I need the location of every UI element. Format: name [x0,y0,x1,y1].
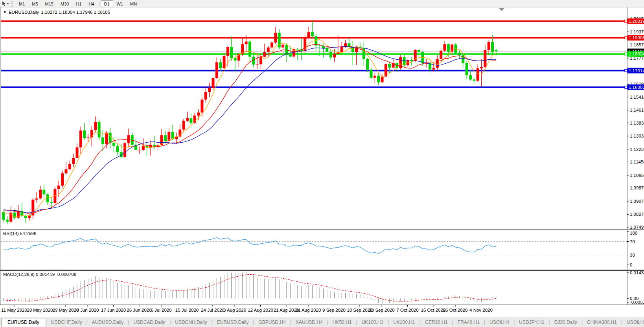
timeframe-button-m15[interactable]: M15 [42,0,57,7]
date-axis-label: 6 Jul 2020 [151,308,172,312]
svg-text:1.18570: 1.18570 [630,42,644,47]
date-axis-label: 17 Jun 2020 [101,308,126,312]
date-axis-label: 4 Nov 2020 [469,308,493,312]
date-axis-label: 28 Sep 2020 [369,308,394,312]
date-axis-label: 29 May 2020 [53,308,79,312]
tab-gbpusd-h4[interactable]: GBPUSD,H4 [255,318,290,326]
timeframe-button-mn[interactable]: MN [127,0,140,7]
date-axis-label: 8 Jun 2020 [77,308,99,312]
symbol-tab-bar: EURUSD,Daily|USDCHF,Daily|AUDUSD,Daily|U… [0,317,644,327]
tab-usoil-h1[interactable]: USOil,H1 [623,318,644,326]
tab-uk100-h1[interactable]: UK100,H1 [358,318,387,326]
tab-ger30-h1[interactable]: GER30,H1 [421,318,452,326]
tab-uk100-h1[interactable]: UK100,H1 [389,318,419,326]
tab-usoil-h4[interactable]: USOil,H4 [486,318,513,326]
date-axis-label: 21 Aug 2020 [274,308,299,312]
date-axis-label: 24 Jul 2020 [201,308,224,312]
svg-text:1.12230: 1.12230 [630,147,644,152]
date-axis-canvas: 11 May 202020 May 202029 May 20208 Jun 2… [0,305,644,317]
macd-label-text: MACD(12,26,9) 0.001419 -0.000708 [3,272,76,277]
tab-xauusd-h4[interactable]: XAUUSD,H4 [292,318,327,326]
rsi-line [4,238,496,254]
timeframe-button-m1[interactable]: M1 [15,0,28,7]
timeframe-button-d1[interactable]: D1 [101,0,113,7]
svg-text:30: 30 [630,253,635,257]
svg-text:1.09070: 1.09070 [630,199,644,204]
timeframe-button-h4[interactable]: H4 [85,0,98,7]
macd-chart-canvas[interactable]: 0.0143840.00-0.005396 [0,271,644,305]
cursor-icon [2,1,7,6]
svg-text:1.11450: 1.11450 [630,160,644,164]
rsi-chart-canvas[interactable]: 10070300 [0,230,644,270]
tab-usdcnh-daily[interactable]: USDCNH,Daily [171,318,211,326]
main-chart-panel[interactable]: 1.201501.193701.185701.177701.169801.161… [0,7,644,229]
date-axis-label: 20 May 2020 [27,308,53,312]
tab-china300-h1[interactable]: CHINA300,H1 [583,318,621,326]
macd-label: MACD(12,26,9) 0.001419 -0.000708 [3,272,76,277]
timeframe-toolbar: ▾ M1M5M15M30H1H4D1W1MN [0,0,644,7]
svg-text:1.17014: 1.17014 [629,68,644,73]
rsi-label: RSI(14) 54.2596 [3,231,36,236]
svg-text:1.08270: 1.08270 [630,212,644,217]
tab-usdjpy-h1[interactable]: USDJPY,H1 [515,318,548,326]
timeframe-button-h1[interactable]: H1 [72,0,85,7]
candlestick-chart-canvas[interactable]: 1.201501.193701.185701.177701.169801.161… [0,7,644,229]
svg-text:1.13030: 1.13030 [630,134,644,138]
timeframe-group-separator [99,1,99,6]
cursor-tool-button[interactable]: ▾ [0,0,10,7]
date-axis-label: 15 Jul 2020 [175,308,199,312]
toolbar-grip[interactable] [11,1,14,7]
date-axis-label: 12 Aug 2020 [248,308,273,312]
tab-usdchf-daily[interactable]: USDCHF,Daily [47,318,86,326]
tab-fra40-h1[interactable]: FRA40,H1 [454,318,484,326]
tab-audusd-daily[interactable]: AUDUSD,Daily [88,318,128,326]
svg-text:1.09870: 1.09870 [630,186,644,190]
rsi-label-text: RSI(14) 54.2596 [3,231,36,236]
rsi-panel[interactable]: 10070300 RSI(14) 54.2596 [0,230,644,270]
chevron-down-icon: ▾ [7,2,9,6]
svg-text:1.16003: 1.16003 [629,85,644,90]
tab-eurusd-daily[interactable]: EURUSD,Daily [213,318,253,326]
collapse-chart-icon[interactable]: ▼ [3,10,7,14]
svg-text:0: 0 [630,263,632,267]
svg-text:1.10650: 1.10650 [630,173,644,178]
date-axis-label: 11 May 2020 [1,308,27,312]
tab-eurusd-daily-active[interactable]: EURUSD,Daily [2,318,45,327]
date-axis-label: 26 Oct 2020 [443,308,468,312]
svg-text:70: 70 [630,239,635,244]
timeframe-button-m30[interactable]: M30 [57,0,72,7]
date-axis-label: 7 Oct 2020 [396,308,418,312]
macd-histogram [4,272,496,304]
macd-panel[interactable]: 0.0143840.00-0.005396 MACD(12,26,9) 0.00… [0,271,644,305]
tab-usdcad-daily[interactable]: USDCAD,Daily [129,318,169,326]
svg-text:100: 100 [630,231,637,235]
svg-text:1.13830: 1.13830 [630,121,644,125]
svg-text:1.20019: 1.20019 [629,19,644,24]
macd-axis-label: -0.005396 [630,300,644,305]
date-axis-label: 31 Aug 2020 [296,308,321,312]
macd-axis-label: 0.014384 [630,271,644,275]
svg-text:1.18024: 1.18024 [629,51,644,56]
date-axis-label: 16 Oct 2020 [421,308,446,312]
tab-hk50-h1[interactable]: HK50,H1 [329,318,356,326]
date-axis[interactable]: 11 May 202020 May 202029 May 20208 Jun 2… [0,305,644,317]
timeframe-button-w1[interactable]: W1 [113,0,127,7]
date-axis-label: 9 Sep 2020 [322,308,346,312]
svg-text:1.19370: 1.19370 [630,29,644,34]
chart-title: ▼EURUSD,Daily1.18272 1.18354 1.17946 1.1… [3,10,110,15]
chart-ohlc-values: 1.18272 1.18354 1.17946 1.18185 [41,10,110,15]
date-axis-label: 26 Jun 2020 [127,308,151,312]
svg-text:1.15410: 1.15410 [630,95,644,99]
svg-text:1.07490: 1.07490 [630,225,644,229]
tab-dj30-daily[interactable]: DJ30,Daily [550,318,581,326]
timeframe-button-m5[interactable]: M5 [28,0,41,7]
date-axis-label: 3 Aug 2020 [223,308,246,312]
svg-text:1.19008: 1.19008 [629,35,644,40]
svg-text:1.14610: 1.14610 [630,108,644,112]
chart-symbol-label: EURUSD,Daily [9,10,39,15]
